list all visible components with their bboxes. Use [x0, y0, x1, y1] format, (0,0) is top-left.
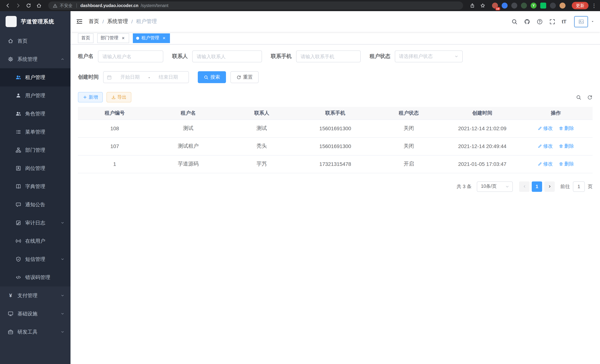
table-header: 租户编号租户名联系人联系手机租户状态创建时间操作	[78, 107, 593, 120]
back-icon[interactable]	[3, 1, 13, 10]
extension-colored-icon[interactable]: 10	[492, 3, 498, 9]
breadcrumb-item[interactable]: 系统管理	[107, 18, 128, 25]
pagination: 共 3 条 10条/页 1 前往 页	[78, 181, 593, 192]
add-button[interactable]: 新增	[78, 92, 103, 103]
forward-icon[interactable]	[13, 1, 23, 10]
tenant-status-select[interactable]: 请选择租户状态	[395, 50, 463, 62]
trash-icon	[559, 144, 563, 149]
tab-home[interactable]: 首页	[78, 33, 94, 43]
goto-page-input[interactable]	[573, 181, 585, 192]
home-icon	[8, 38, 13, 44]
sidebar-item-tenant[interactable]: 租户管理	[0, 68, 71, 86]
browser-update-button[interactable]: 更新	[572, 2, 589, 9]
tenant-name-label: 租户名	[78, 53, 94, 60]
sidebar-item-online-user[interactable]: 在线用户	[0, 232, 71, 250]
delete-link[interactable]: 删除	[559, 143, 574, 149]
app-logo: 芋道管理系统	[0, 11, 71, 32]
edit-icon	[538, 126, 542, 131]
tenant-name-input[interactable]	[98, 50, 163, 62]
user-avatar[interactable]	[574, 16, 594, 27]
extension-blue-drop-icon[interactable]	[502, 3, 508, 9]
delete-link[interactable]: 删除	[559, 125, 574, 132]
date-range-separator: -	[149, 75, 150, 80]
browser-home-icon[interactable]	[34, 1, 44, 10]
bookmark-star-icon[interactable]	[478, 1, 488, 10]
share-icon[interactable]	[468, 1, 477, 10]
cell-contact: 秃头	[225, 137, 299, 155]
browser-profile-avatar-icon[interactable]	[560, 3, 565, 9]
toolbox-icon	[8, 329, 13, 335]
sidebar-item-dev-tool[interactable]: 研发工具	[0, 323, 71, 341]
sidebar-item-label: 研发工具	[18, 328, 38, 335]
extension-dark-icon[interactable]	[550, 3, 556, 9]
edit-link[interactable]: 修改	[538, 143, 553, 149]
help-icon[interactable]	[536, 18, 543, 25]
page-size-select[interactable]: 10条/页	[477, 181, 513, 192]
reload-icon[interactable]	[24, 1, 33, 10]
reset-button[interactable]: 重置	[230, 71, 259, 83]
extension-green-y-icon[interactable]: Y	[531, 3, 536, 9]
extension-green-square-icon[interactable]	[540, 3, 546, 9]
contact-input[interactable]	[192, 50, 262, 62]
sidebar-item-label: 错误码管理	[25, 274, 50, 281]
prev-page-button[interactable]	[519, 181, 529, 192]
avatar-image	[574, 16, 588, 27]
tab-tenant[interactable]: 租户管理×	[133, 33, 170, 43]
content: 租户名 联系人 联系手机 租户状态 请选择租户状态	[71, 45, 600, 364]
chevron-right-icon	[547, 184, 552, 188]
url-path: /system/tenant	[141, 3, 169, 8]
online-icon	[16, 238, 21, 244]
extension-dark-green-icon[interactable]	[521, 3, 527, 9]
address-divider	[76, 3, 77, 8]
date-range-picker[interactable]: 开始日期 - 结束日期	[103, 71, 189, 83]
delete-link[interactable]: 删除	[559, 161, 574, 167]
sidebar-item-label: 基础设施	[18, 310, 38, 317]
users-icon	[16, 75, 21, 80]
sidebar-item-error-code[interactable]: 错误码管理	[0, 268, 71, 286]
sidebar-item-audit-log[interactable]: 审计日志	[0, 214, 71, 232]
extension-dark-ring-icon[interactable]	[511, 3, 517, 9]
export-button[interactable]: 导出	[106, 92, 131, 103]
sidebar-item-dept[interactable]: 部门管理	[0, 141, 71, 159]
sidebar-item-sms[interactable]: 短信管理	[0, 250, 71, 268]
cell-created: 2021-01-05 17:03:47	[445, 155, 519, 173]
sidebar-item-notice[interactable]: 通知公告	[0, 196, 71, 214]
fullscreen-icon[interactable]	[549, 18, 555, 25]
sidebar-item-dict[interactable]: 字典管理	[0, 177, 71, 196]
tab-close-icon[interactable]: ×	[121, 36, 126, 41]
table-row: 1芋道源码芋艿17321315478开启2021-01-05 17:03:47修…	[78, 155, 593, 173]
sidebar-item-role[interactable]: 角色管理	[0, 105, 71, 123]
edit-link[interactable]: 修改	[538, 125, 553, 132]
security-warning-icon[interactable]	[53, 3, 57, 8]
sidebar-item-infra[interactable]: 基础设施	[0, 305, 71, 323]
sidebar-item-menu[interactable]: 菜单管理	[0, 123, 71, 141]
github-icon[interactable]	[524, 18, 530, 25]
address-bar[interactable]: 不安全 dashboard.yudao.iocoder.cn /system/t…	[48, 1, 463, 10]
comment-icon	[16, 202, 21, 207]
font-size-icon[interactable]: tT	[562, 19, 566, 25]
collapse-sidebar-icon[interactable]	[76, 18, 83, 25]
toggle-search-icon[interactable]	[576, 94, 581, 100]
tenant-table: 租户编号租户名联系人联系手机租户状态创建时间操作 108测试测试15601691…	[78, 107, 593, 173]
trash-icon	[559, 162, 563, 166]
sidebar-item-home[interactable]: 首页	[0, 32, 71, 50]
breadcrumb-item[interactable]: 首页	[89, 18, 99, 25]
sidebar-item-system[interactable]: 系统管理	[0, 50, 71, 68]
breadcrumb-item[interactable]: 租户管理	[136, 18, 157, 25]
edit-link[interactable]: 修改	[538, 161, 553, 167]
browser-menu-icon[interactable]: ⋮	[591, 3, 597, 9]
phone-input[interactable]	[296, 50, 361, 62]
refresh-table-icon[interactable]	[587, 94, 593, 100]
page-1-button[interactable]: 1	[532, 181, 542, 192]
status-field: 租户状态 请选择租户状态	[370, 50, 463, 62]
sidebar-item-post[interactable]: 岗位管理	[0, 159, 71, 177]
tab-close-icon[interactable]: ×	[161, 36, 167, 41]
cell-name: 测试	[151, 120, 225, 137]
sidebar-item-pay[interactable]: ¥支付管理	[0, 286, 71, 305]
tabs-bar: 首页部门管理×租户管理×	[71, 32, 600, 45]
search-icon[interactable]	[511, 18, 518, 25]
sidebar-item-user[interactable]: 用户管理	[0, 86, 71, 105]
next-page-button[interactable]	[544, 181, 555, 192]
search-button[interactable]: 搜索	[198, 71, 226, 83]
tab-dept[interactable]: 部门管理×	[97, 33, 129, 43]
